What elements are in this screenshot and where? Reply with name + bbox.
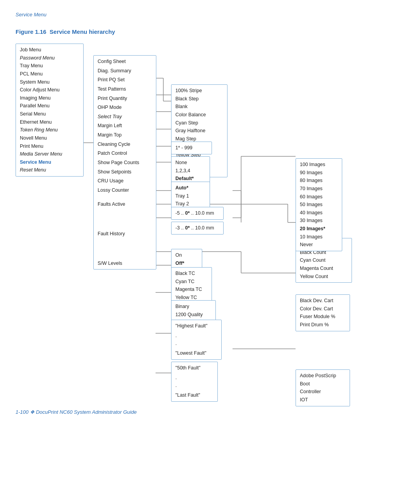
pc-magenta: Magenta Count (300, 264, 348, 273)
ml-range: -5 .. 0* .. 10.0 mm (175, 209, 219, 217)
col3-margin-top-box: -3 .. 0* .. 10.0 mm (171, 222, 224, 234)
col2-margin-top: Margin Top (98, 131, 152, 139)
img-100: 100 Images (300, 161, 338, 169)
img-90: 90 Images (300, 169, 338, 177)
col3-fault-history-box: "50th Fault" . . "Last Fault" (171, 362, 218, 402)
cru-fuser: Fuser Module % (300, 313, 346, 321)
fh-dot2: . (175, 382, 214, 390)
ss-black-tc: Black TC (175, 270, 208, 278)
tp-gray-halftone: Gray Halftone (175, 127, 223, 135)
col3-select-tray-box: Auto* Tray 1 Tray 2 (171, 182, 210, 210)
sw-iot: IOT (300, 396, 346, 404)
ohp-none: None (175, 159, 206, 167)
pc-off: Off* (175, 259, 198, 268)
sw-boot: Boot (300, 380, 346, 388)
col3-show-setpoints-box: Black TC Cyan TC Magenta TC Yellow TC (171, 267, 212, 304)
col3-faults-active-box: "Highest Fault" . . "Lowest Fault" (171, 320, 222, 360)
col1-item-tray-menu: Tray Menu (20, 62, 79, 70)
col1-item-service-menu: Service Menu (20, 158, 79, 166)
col1-item-reset-menu: Reset Menu (20, 166, 79, 174)
col2-select-tray: Select Tray (98, 113, 152, 121)
cru-black-dev: Black Dev. Cart (300, 297, 346, 305)
col1-item-print-menu: Print Menu (20, 142, 79, 150)
col1-item-novell-menu: Novell Menu (20, 134, 79, 142)
col2-show-setpoints: Show Setpoints (98, 168, 152, 176)
col1-item-ethernet-menu: Ethernet Menu (20, 118, 79, 126)
fa-highest: "Highest Fault" (175, 322, 217, 330)
col1-item-serial-menu: Serial Menu (20, 110, 79, 118)
col2-config-sheet: Config Sheet (98, 58, 152, 66)
sw-controller: Controller (300, 388, 346, 396)
col3-ohp-mode-box: None 1,2,3,4 Default* (171, 156, 210, 185)
col2-cleaning-cycle: Cleaning Cycle (98, 140, 152, 149)
breadcrumb: Service Menu (16, 12, 404, 18)
img-never: Never (300, 241, 338, 249)
tp-blank: Blank (175, 103, 223, 111)
col1-item-media-server-menu: Media Server Menu (20, 150, 79, 158)
col2-margin-left: Margin Left (98, 122, 152, 130)
pc-cyan: Cyan Count (300, 256, 348, 264)
col2-ohp-mode: OHP Mode (98, 103, 152, 112)
fa-lowest: "Lowest Fault" (175, 349, 217, 357)
tp-color-balance: Color Balance (175, 111, 223, 119)
sw-adobe: Adobe PostScrip (300, 372, 346, 380)
fa-dot1: . (175, 332, 217, 340)
tp-100-stripe: 100% Stripe (175, 87, 223, 95)
fh-last: "Last Fault" (175, 391, 214, 399)
col1-item-token-ring-menu: Token Ring Menu (20, 126, 79, 134)
col1-item-pcl-menu: PCL Menu (20, 70, 79, 78)
cru-print-drum: Print Drum % (300, 321, 346, 329)
col2-service-box: Config Sheet Diag. Summary Print PQ Set … (93, 55, 156, 270)
img-80: 80 Images (300, 177, 338, 185)
tp-black-step: Black Step (175, 95, 223, 103)
col2-test-patterns: Test Patterns (98, 85, 152, 93)
col2-lossy-counter: Lossy Counter (98, 186, 152, 194)
pq-range: 1* - 999 (175, 144, 208, 152)
fh-50th: "50th Fault" (175, 364, 214, 372)
col1-item-job-menu: Job Menu (20, 46, 79, 54)
col4-sw-levels-box: Adobe PostScrip Boot Controller IOT (296, 369, 350, 406)
col2-patch-control: Patch Control (98, 149, 152, 158)
pc-yellow: Yellow Count (300, 273, 348, 281)
fh-dot1: . (175, 374, 214, 382)
fa-dot2: . (175, 340, 217, 348)
img-70: 70 Images (300, 185, 338, 193)
st-auto: Auto* (175, 184, 206, 192)
footer: 1-100 ❖ DocuPrint NC60 System Administra… (16, 409, 404, 415)
st-tray1: Tray 1 (175, 192, 206, 200)
col1-item-password-menu: Password Menu (20, 54, 79, 62)
col2-faults-active: Faults Active (98, 200, 152, 208)
tp-cyan-step: Cyan Step (175, 119, 223, 127)
col1-menu-box: Job Menu Password Menu Tray Menu PCL Men… (16, 44, 84, 177)
ss-magenta-tc: Magenta TC (175, 285, 208, 294)
mt-range: -3 .. 0* .. 10.0 mm (175, 224, 219, 232)
col1-item-system-menu: System Menu (20, 78, 79, 86)
col2-cru-usage: CRU Usage (98, 177, 152, 185)
col2-fault-history: Fault History (98, 230, 152, 238)
diagram-area: Job Menu Password Menu Tray Menu PCL Men… (16, 44, 397, 394)
col4-cru-usage-box: Black Dev. Cart Color Dev. Cart Fuser Mo… (296, 294, 350, 331)
lc-1200-quality: 1200 Quality (175, 311, 212, 319)
col2-print-quantity: Print Quantity (98, 94, 152, 103)
col4-setpoints-images-box: 100 Images 90 Images 80 Images 70 Images… (296, 158, 342, 251)
col3-patch-control-box: On Off* (171, 249, 202, 270)
col2-show-page-counts: Show Page Counts (98, 159, 152, 167)
col1-item-color-adjust-menu: Color Adjust Menu (20, 86, 79, 94)
ohp-1234: 1,2,3,4 (175, 167, 206, 175)
col3-margin-left-box: -5 .. 0* .. 10.0 mm (171, 207, 224, 220)
img-40: 40 Images (300, 209, 338, 217)
figure-title: Figure 1.16 Service Menu hierarchy (16, 28, 404, 35)
col3-print-quantity-box: 1* - 999 (171, 142, 212, 154)
img-50: 50 Images (300, 201, 338, 209)
col1-item-parallel-menu: Parallel Menu (20, 102, 79, 110)
col2-sw-levels: S/W Levels (98, 259, 152, 268)
col3-lossy-counter-box: Binary 1200 Quality (171, 300, 216, 321)
ss-cyan-tc: Cyan TC (175, 278, 208, 286)
col2-print-pq-set: Print PQ Set (98, 76, 152, 84)
img-30: 30 Images (300, 217, 338, 225)
col2-diag-summary: Diag. Summary (98, 67, 152, 75)
pc-on: On (175, 251, 198, 259)
img-60: 60 Images (300, 193, 338, 201)
cru-color-dev: Color Dev. Cart (300, 305, 346, 313)
img-10: 10 Images (300, 233, 338, 241)
